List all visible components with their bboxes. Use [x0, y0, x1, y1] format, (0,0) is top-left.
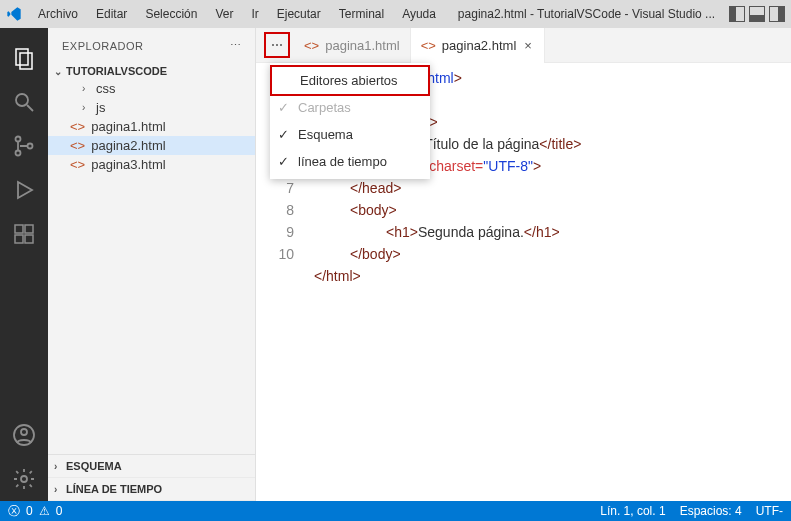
sidebar-header: EXPLORADOR ⋯ — [48, 28, 255, 63]
toggle-secondary-sidebar-icon[interactable] — [769, 6, 785, 22]
sidebar-esquema[interactable]: › ESQUEMA — [48, 455, 255, 478]
activity-bar — [0, 28, 48, 501]
dropdown-editores-abiertos[interactable]: Editores abiertos — [270, 65, 430, 96]
explorer-icon[interactable] — [12, 46, 36, 70]
sidebar-more-icon[interactable]: ⋯ — [230, 39, 242, 52]
extensions-icon[interactable] — [12, 222, 36, 246]
status-left: ⓧ 0 ⚠ 0 — [8, 503, 62, 520]
svg-point-2 — [16, 94, 28, 106]
settings-gear-icon[interactable] — [12, 467, 36, 491]
svg-rect-0 — [16, 49, 28, 65]
line-number: 10 — [256, 243, 294, 265]
dropdown-linea-tiempo[interactable]: ✓ línea de tiempo — [270, 148, 430, 175]
dropdown-label: Esquema — [298, 127, 353, 142]
folder-css[interactable]: › css — [48, 79, 255, 98]
toggle-panel-icon[interactable] — [749, 6, 765, 22]
svg-point-5 — [16, 151, 21, 156]
views-more-button[interactable]: ⋯ — [264, 32, 290, 58]
section-label: ESQUEMA — [66, 460, 122, 472]
svg-rect-8 — [15, 225, 23, 233]
run-debug-icon[interactable] — [12, 178, 36, 202]
tab-label: pagina2.html — [442, 38, 516, 53]
sidebar-title: EXPLORADOR — [62, 40, 143, 52]
dropdown-carpetas[interactable]: ✓ Carpetas — [270, 94, 430, 121]
file-pagina2[interactable]: <> pagina2.html — [48, 136, 255, 155]
status-bar: ⓧ 0 ⚠ 0 Lín. 1, col. 1 Espacios: 4 UTF- — [0, 501, 791, 521]
svg-rect-11 — [25, 235, 33, 243]
file-tree: ⌄ TUTORIALVSCODE › css › js <> pagina1.h… — [48, 63, 255, 454]
editor-area: ⋯ <> pagina1.html <> pagina2.html × Edit… — [256, 28, 791, 501]
menu-archivo[interactable]: Archivo — [30, 5, 86, 23]
line-number: 7 — [256, 177, 294, 199]
chevron-right-icon: › — [54, 461, 62, 472]
dropdown-label: Editores abiertos — [300, 73, 398, 88]
svg-point-13 — [21, 429, 27, 435]
menu-bar: Archivo Editar Selección Ver Ir Ejecutar… — [30, 5, 444, 23]
svg-rect-10 — [15, 235, 23, 243]
tab-pagina1[interactable]: <> pagina1.html — [294, 28, 410, 63]
svg-rect-1 — [20, 53, 32, 69]
toggle-primary-sidebar-icon[interactable] — [729, 6, 745, 22]
html-file-icon: <> — [304, 38, 319, 53]
project-root[interactable]: ⌄ TUTORIALVSCODE — [48, 63, 255, 79]
svg-point-4 — [16, 137, 21, 142]
warnings-count[interactable]: 0 — [56, 504, 63, 518]
sidebar-bottom-sections: › ESQUEMA › LÍNEA DE TIEMPO — [48, 454, 255, 501]
accounts-icon[interactable] — [12, 423, 36, 447]
menu-seleccion[interactable]: Selección — [137, 5, 205, 23]
title-bar: Archivo Editar Selección Ver Ir Ejecutar… — [0, 0, 791, 28]
warnings-icon[interactable]: ⚠ — [39, 504, 50, 518]
check-icon: ✓ — [278, 154, 289, 169]
html-file-icon: <> — [70, 119, 85, 134]
window-title: pagina2.html - TutorialVSCode - Visual S… — [444, 7, 729, 21]
file-label: pagina1.html — [91, 119, 165, 134]
encoding[interactable]: UTF- — [756, 504, 783, 518]
dropdown-esquema[interactable]: ✓ Esquema — [270, 121, 430, 148]
line-number: 9 — [256, 221, 294, 243]
folder-label: css — [96, 81, 116, 96]
errors-icon[interactable]: ⓧ — [8, 503, 20, 520]
main-area: EXPLORADOR ⋯ ⌄ TUTORIALVSCODE › css › js… — [0, 28, 791, 501]
svg-point-6 — [28, 144, 33, 149]
svg-line-3 — [27, 105, 33, 111]
indentation[interactable]: Espacios: 4 — [680, 504, 742, 518]
project-name: TUTORIALVSCODE — [66, 65, 167, 77]
line-number: 8 — [256, 199, 294, 221]
dropdown-label: línea de tiempo — [298, 154, 387, 169]
svg-rect-9 — [25, 225, 33, 233]
status-right: Lín. 1, col. 1 Espacios: 4 UTF- — [600, 504, 783, 518]
views-dropdown: Editores abiertos ✓ Carpetas ✓ Esquema ✓… — [270, 63, 430, 179]
chevron-down-icon: ⌄ — [54, 66, 62, 77]
file-label: pagina2.html — [91, 138, 165, 153]
chevron-right-icon: › — [82, 102, 90, 113]
folder-label: js — [96, 100, 105, 115]
cursor-position[interactable]: Lín. 1, col. 1 — [600, 504, 665, 518]
html-file-icon: <> — [421, 38, 436, 53]
folder-js[interactable]: › js — [48, 98, 255, 117]
html-file-icon: <> — [70, 157, 85, 172]
menu-ir[interactable]: Ir — [243, 5, 266, 23]
menu-ayuda[interactable]: Ayuda — [394, 5, 444, 23]
html-file-icon: <> — [70, 138, 85, 153]
chevron-right-icon: › — [82, 83, 90, 94]
close-tab-icon[interactable]: × — [522, 38, 534, 53]
sidebar-linea-tiempo[interactable]: › LÍNEA DE TIEMPO — [48, 478, 255, 501]
menu-ver[interactable]: Ver — [207, 5, 241, 23]
section-label: LÍNEA DE TIEMPO — [66, 483, 162, 495]
menu-terminal[interactable]: Terminal — [331, 5, 392, 23]
check-icon: ✓ — [278, 100, 289, 115]
search-icon[interactable] — [12, 90, 36, 114]
file-pagina1[interactable]: <> pagina1.html — [48, 117, 255, 136]
source-control-icon[interactable] — [12, 134, 36, 158]
errors-count[interactable]: 0 — [26, 504, 33, 518]
file-pagina3[interactable]: <> pagina3.html — [48, 155, 255, 174]
tabs-row: ⋯ <> pagina1.html <> pagina2.html × — [256, 28, 791, 63]
menu-ejecutar[interactable]: Ejecutar — [269, 5, 329, 23]
layout-controls — [729, 6, 785, 22]
svg-marker-7 — [18, 182, 32, 198]
sidebar-explorer: EXPLORADOR ⋯ ⌄ TUTORIALVSCODE › css › js… — [48, 28, 256, 501]
chevron-right-icon: › — [54, 484, 62, 495]
dropdown-label: Carpetas — [298, 100, 351, 115]
tab-pagina2[interactable]: <> pagina2.html × — [410, 28, 545, 63]
menu-editar[interactable]: Editar — [88, 5, 135, 23]
